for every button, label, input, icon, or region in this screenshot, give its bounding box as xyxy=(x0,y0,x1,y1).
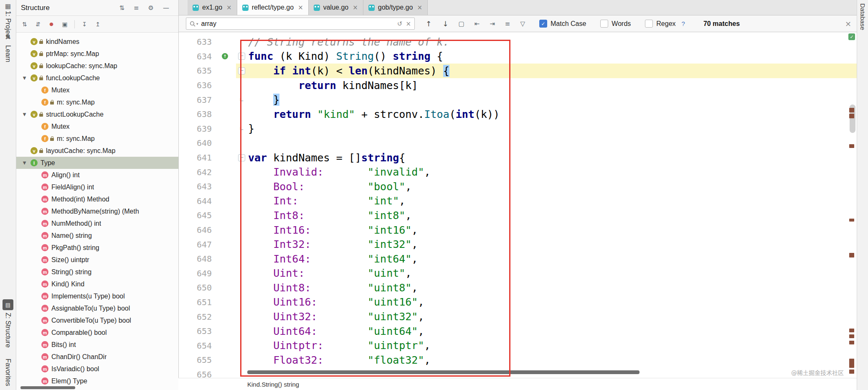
code-line[interactable]: 641−var kindNames = []string{ xyxy=(178,150,857,165)
structure-item[interactable]: vlookupCache: sync.Map xyxy=(16,60,178,72)
structure-item[interactable]: mChanDir() ChanDir xyxy=(16,351,178,363)
expand-all-icon[interactable]: ↧ xyxy=(79,19,90,29)
structure-item[interactable]: mImplements(u Type) bool xyxy=(16,290,178,302)
first-occurrence-button[interactable]: ⇤ xyxy=(475,20,480,28)
code-line[interactable]: 645 Int8: "int8", xyxy=(178,208,857,223)
toolwindow-icon[interactable]: ⚑ xyxy=(5,33,10,41)
regex-help-icon[interactable]: ? xyxy=(682,20,685,27)
line-number[interactable]: 654 xyxy=(178,341,212,351)
line-number[interactable]: 644 xyxy=(178,196,212,206)
code-line[interactable]: 646 Int16: "int16", xyxy=(178,223,857,237)
editor-tab-gob-type-go[interactable]: gob/type.go× xyxy=(363,0,428,15)
fold-marker-icon[interactable]: − xyxy=(236,53,247,60)
search-in-selection-button[interactable]: ≡ xyxy=(505,20,510,28)
error-stripe-mark[interactable] xyxy=(849,359,854,368)
line-number[interactable]: 633 xyxy=(178,37,212,47)
code-line[interactable]: 644 Int: "int", xyxy=(178,194,857,209)
checkbox-regex[interactable] xyxy=(645,20,653,28)
code-line[interactable]: 655 Float32: "float32", xyxy=(178,353,857,367)
structure-item[interactable]: vkindNames xyxy=(16,36,178,48)
structure-item[interactable]: mBits() int xyxy=(16,339,178,351)
code-line[interactable]: 633// String returns the name of k. xyxy=(178,35,857,49)
toolwindow-icon[interactable]: ▦ xyxy=(5,3,11,10)
structure-item[interactable]: mKind() Kind xyxy=(16,278,178,290)
error-stripe-mark[interactable] xyxy=(849,334,854,338)
structure-item[interactable]: ▼IType xyxy=(16,157,178,169)
error-stripe-mark[interactable] xyxy=(849,114,854,118)
tab-close-icon[interactable]: × xyxy=(353,4,358,11)
editor-tab-value-go[interactable]: value.go× xyxy=(309,0,363,15)
tree-expand-chevron-icon[interactable]: ▼ xyxy=(18,161,30,165)
structure-item[interactable]: vptrMap: sync.Map xyxy=(16,48,178,60)
code-line[interactable]: 636 return kindNames[k] xyxy=(178,78,857,93)
line-number[interactable]: 645 xyxy=(178,210,212,220)
structure-item[interactable]: mComparable() bool xyxy=(16,326,178,339)
code-line[interactable]: 653 Uint64: "uint64", xyxy=(178,324,857,339)
toolwindow-button-favorites[interactable]: Favorites xyxy=(4,359,12,386)
checkbox-words[interactable] xyxy=(600,20,608,28)
line-number[interactable]: 648 xyxy=(178,254,212,264)
structure-item[interactable]: mElem() Type xyxy=(16,375,178,386)
structure-item[interactable]: mString() string xyxy=(16,266,178,278)
line-number[interactable]: 636 xyxy=(178,80,212,90)
structure-item[interactable]: mPkgPath() string xyxy=(16,242,178,254)
line-number[interactable]: 656 xyxy=(178,370,212,378)
search-filter-icon[interactable]: ▽ xyxy=(520,20,525,28)
search-history-caret-icon[interactable]: ▾ xyxy=(196,22,198,26)
line-number[interactable]: 640 xyxy=(178,138,212,148)
code-line[interactable]: 640 xyxy=(178,136,857,150)
error-stripe-mark[interactable] xyxy=(849,253,854,257)
code-line[interactable]: 637∟ } xyxy=(178,92,857,107)
code-editor[interactable]: 633// String returns the name of k.634↑−… xyxy=(178,32,857,378)
line-number[interactable]: 639 xyxy=(178,124,212,134)
last-occurrence-button[interactable]: ⇥ xyxy=(490,20,495,28)
structure-item[interactable]: mName() string xyxy=(16,229,178,242)
next-match-button[interactable]: ↓ xyxy=(442,20,448,28)
show-fields-icon[interactable]: ● xyxy=(46,19,57,29)
close-find-bar-icon[interactable]: × xyxy=(845,19,851,28)
error-stripe-mark[interactable] xyxy=(849,219,854,222)
line-number[interactable]: 641 xyxy=(178,153,212,163)
code-line[interactable]: 654 Uintptr: "uintptr", xyxy=(178,338,857,353)
search-input[interactable]: ▾ array ↺ × xyxy=(186,18,415,30)
line-number[interactable]: 635 xyxy=(178,66,212,76)
editor-tab-reflect-type-go[interactable]: reflect/type.go× xyxy=(237,0,309,15)
tab-close-icon[interactable]: × xyxy=(417,4,422,11)
option-match-case[interactable]: ✓Match Case xyxy=(539,20,586,28)
fold-marker-icon[interactable]: − xyxy=(236,67,247,74)
search-query-text[interactable]: array xyxy=(201,20,216,28)
structure-item[interactable]: fMutex xyxy=(16,120,178,133)
error-stripe-mark[interactable] xyxy=(849,341,854,344)
line-number[interactable]: 647 xyxy=(178,240,212,250)
structure-item[interactable]: fm: sync.Map xyxy=(16,133,178,145)
collapse-all-icon[interactable]: ↥ xyxy=(92,19,103,29)
line-number[interactable]: 643 xyxy=(178,181,212,191)
sort-by-name-icon[interactable]: ⇅ xyxy=(19,19,30,29)
structure-item[interactable]: mNumMethod() int xyxy=(16,217,178,229)
code-line[interactable]: 635− if int(k) < len(kindNames) { xyxy=(178,64,857,78)
sort-icon[interactable]: ⇅ xyxy=(119,4,124,12)
structure-tree[interactable]: vkindNamesvptrMap: sync.MapvlookupCache:… xyxy=(16,32,178,386)
tab-close-icon[interactable]: × xyxy=(226,4,232,11)
sort-by-type-icon[interactable]: ⇵ xyxy=(33,19,43,29)
structure-item[interactable]: mConvertibleTo(u Type) bool xyxy=(16,314,178,326)
line-number[interactable]: 638 xyxy=(178,109,212,119)
option-regex[interactable]: Regex? xyxy=(645,20,685,28)
option-words[interactable]: Words xyxy=(600,20,631,28)
checkbox-match-case[interactable]: ✓ xyxy=(539,20,547,28)
fold-marker-icon[interactable]: ∟ xyxy=(236,97,247,103)
editor-horizontal-scrollbar[interactable] xyxy=(247,370,640,374)
recent-search-icon[interactable]: ↺ xyxy=(397,20,403,28)
fold-marker-icon[interactable]: ∟ xyxy=(236,125,247,132)
code-line[interactable]: 634↑−func (k Kind) String() string { xyxy=(178,49,857,64)
line-number[interactable]: 649 xyxy=(178,268,212,278)
structure-item[interactable]: fMutex xyxy=(16,84,178,96)
structure-item[interactable]: ▼vstructLookupCache xyxy=(16,108,178,120)
code-line[interactable]: 649 Uint: "uint", xyxy=(178,266,857,281)
error-stripe-mark[interactable] xyxy=(849,370,854,374)
structure-item[interactable]: fm: sync.Map xyxy=(16,96,178,108)
error-stripe[interactable] xyxy=(848,32,855,378)
structure-item[interactable]: mAssignableTo(u Type) bool xyxy=(16,302,178,314)
code-line[interactable]: 642 Invalid: "invalid", xyxy=(178,165,857,179)
structure-item[interactable]: ▼vfuncLookupCache xyxy=(16,72,178,84)
